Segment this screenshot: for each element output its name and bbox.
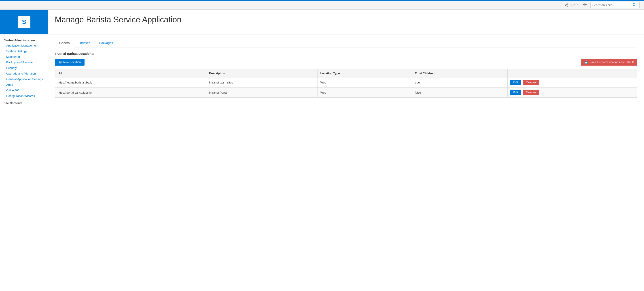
- save-default-button[interactable]: 💾 Save Trusted Locations as Default: [581, 59, 637, 66]
- tab-general[interactable]: General: [55, 39, 75, 48]
- cell-url: https://teams.baristalabs.io: [55, 78, 206, 88]
- sidebar-item-upgrade-migration[interactable]: Upgrade and Migration: [0, 71, 48, 76]
- share-button[interactable]: SHARE: [564, 3, 580, 7]
- share-label: SHARE: [570, 3, 580, 7]
- cell-trust-children: true: [412, 78, 507, 88]
- save-default-label: Save Trusted Locations as Default: [590, 61, 634, 64]
- page-title-area: Manage Barista Service Application: [48, 10, 188, 30]
- svg-line-11: [635, 5, 636, 6]
- sidebar: Central Administration Application Manag…: [0, 35, 48, 291]
- cell-actions: Edit Remove: [507, 78, 637, 88]
- svg-point-1: [567, 6, 568, 7]
- main-content: General Indexes Packages Trusted Barista…: [48, 35, 644, 291]
- new-location-button[interactable]: 🗺️ New Location: [55, 59, 84, 66]
- search-input[interactable]: [592, 3, 632, 7]
- svg-line-3: [566, 4, 567, 5]
- edit-button[interactable]: Edit: [510, 80, 521, 85]
- cell-actions: Edit Remove: [507, 88, 637, 98]
- cell-trust-children: false: [412, 88, 507, 98]
- logo-arrow: ›: [25, 20, 26, 25]
- section-heading: Trusted Barista Locations:: [55, 52, 637, 56]
- table-row: https://teams.baristalabs.io Intranet te…: [55, 78, 637, 88]
- logo-box: S ›: [0, 10, 48, 34]
- svg-rect-6: [584, 6, 586, 6]
- top-bar: SHARE: [0, 1, 644, 10]
- sidebar-item-office365[interactable]: Office 365: [0, 88, 48, 93]
- cell-description: Intranet Portal: [206, 88, 318, 98]
- col-header-location-type: Location Type: [318, 69, 412, 78]
- tabs: General Indexes Packages: [55, 39, 637, 48]
- search-button[interactable]: [632, 3, 636, 7]
- tab-packages[interactable]: Packages: [95, 39, 118, 48]
- sidebar-item-general-app-settings[interactable]: General Application Settings: [0, 76, 48, 82]
- svg-line-4: [566, 5, 567, 6]
- sidebar-item-application-management[interactable]: Application Management: [0, 43, 48, 48]
- remove-button[interactable]: Remove: [523, 80, 539, 85]
- col-header-description: Description: [206, 69, 318, 78]
- svg-point-2: [565, 5, 566, 6]
- page-title: Manage Barista Service Application: [55, 15, 181, 25]
- svg-point-0: [567, 4, 568, 5]
- cell-url: https://portal.baristalabs.io: [55, 88, 206, 98]
- svg-point-10: [633, 3, 635, 5]
- new-location-label: New Location: [63, 61, 81, 64]
- svg-rect-8: [586, 4, 586, 5]
- tab-indexes[interactable]: Indexes: [75, 39, 95, 48]
- actions-row: 🗺️ New Location 💾 Save Trusted Locations…: [55, 59, 637, 66]
- new-location-icon: 🗺️: [58, 61, 62, 64]
- table-row: https://portal.baristalabs.io Intranet P…: [55, 88, 637, 98]
- sidebar-item-config-wizards[interactable]: Configuration Wizards: [0, 93, 48, 99]
- cell-location-type: Web: [318, 78, 412, 88]
- sidebar-item-monitoring[interactable]: Monitoring: [0, 54, 48, 60]
- locations-table: Url Description Location Type Trust Chil…: [55, 69, 637, 98]
- header-area: S › Manage Barista Service Application: [0, 10, 644, 35]
- logo-inner: S ›: [18, 16, 30, 28]
- cell-description: Intranet team sites: [206, 78, 318, 88]
- sidebar-item-security[interactable]: Security: [0, 65, 48, 71]
- cell-location-type: Web: [318, 88, 412, 98]
- svg-rect-5: [584, 3, 586, 4]
- save-default-icon: 💾: [584, 61, 588, 64]
- site-contents-label: Site Contents: [0, 99, 48, 106]
- svg-rect-7: [584, 4, 584, 5]
- col-header-actions: [507, 69, 637, 78]
- layout: Central Administration Application Manag…: [0, 35, 644, 291]
- remove-button[interactable]: Remove: [523, 90, 539, 95]
- col-header-url: Url: [55, 69, 206, 78]
- sidebar-item-system-settings[interactable]: System Settings: [0, 48, 48, 54]
- settings-icon[interactable]: [583, 3, 587, 8]
- share-icon: [564, 3, 568, 7]
- central-admin-label: Central Administration: [0, 37, 48, 43]
- sidebar-item-apps[interactable]: Apps: [0, 82, 48, 88]
- col-header-trust-children: Trust Children: [412, 69, 507, 78]
- svg-point-9: [584, 4, 586, 5]
- sidebar-item-backup-restore[interactable]: Backup and Restore: [0, 60, 48, 65]
- search-box[interactable]: [590, 2, 640, 8]
- edit-button[interactable]: Edit: [510, 90, 521, 95]
